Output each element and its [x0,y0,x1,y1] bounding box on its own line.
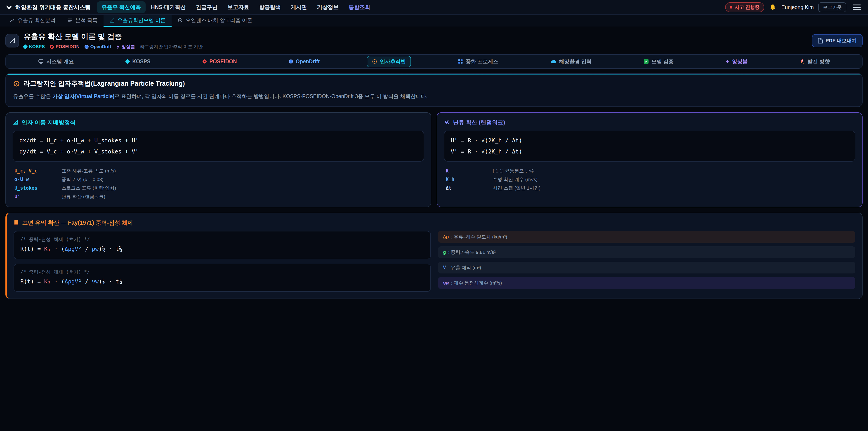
secnav-kosps[interactable]: KOSPS [121,56,156,67]
legend-row: U_stokes 스토크스 표류 (파랑 영향) [13,184,424,192]
nav-item-board[interactable]: 게시판 [286,1,311,13]
page-header-left: 유출유 확산 모델 이론 및 검증 KOSPS POSEIDON OpenDri… [5,32,203,50]
section-description: 유출유를 수많은 가상 입자(Virtual Particle)로 표현하며, … [13,92,855,100]
notification-bell-icon[interactable] [769,3,777,11]
fay-code-column: /* 중력-관성 체제 (초기) */ R(t) = K₁ · (ΔρgV² /… [13,231,431,292]
ruler-icon [13,119,19,125]
logout-button[interactable]: 로그아웃 [818,2,846,12]
code-line: V' = R · √(2K_h / Δt) [451,146,848,157]
sub-tab-bar: 유출유 확산분석 분석 목록 유출유확산모델 이론 오일펜스 배치 알고리즘 이… [0,15,868,27]
legend-row: U_c, V_c 표층 해류·조류 속도 (m/s) [13,166,424,175]
diamond-icon [23,44,28,49]
app-title: 해양환경 위기대응 통합시스템 [16,4,91,11]
incident-status-label: 사고 진행중 [735,4,760,10]
grid-icon [458,59,463,64]
secnav-opendrift[interactable]: OpenDrift [284,56,324,67]
ring-icon [50,45,54,49]
fay-legend-row: V : 유출 체적 (m³) [438,262,855,274]
tab-spill-analysis[interactable]: 유출유 확산분석 [4,15,61,27]
secnav-system-overview[interactable]: 시스템 개요 [33,56,79,67]
fay-content-grid: /* 중력-관성 체제 (초기) */ R(t) = K₁ · (ΔρgV² /… [13,231,855,292]
badge-opendrift: OpenDrift [85,44,111,49]
legend-row: R [-1,1] 균등분포 난수 [444,166,855,175]
governing-equation-card: 입자 이동 지배방정식 dx/dt = U_c + α·U_w + U_stok… [5,112,431,208]
page-badges: KOSPS POSEIDON OpenDrift 앙상블 라그랑지안 입자추적 … [24,43,203,50]
app-logo[interactable]: 해양환경 위기대응 통합시스템 [5,4,91,11]
secnav-particle-tracking[interactable]: 입자추적법 [367,56,411,67]
secnav-ocean-env-input[interactable]: 해양환경 입력 [546,56,596,67]
tab-oil-fence-theory[interactable]: 오일펜스 배치 알고리즘 이론 [172,15,258,27]
nav-item-weather-info[interactable]: 기상정보 [312,1,343,13]
governing-code-block: dx/dt = U_c + α·U_w + U_stokes + U' dy/d… [13,131,424,162]
fay-code-block-inertial: /* 중력-관성 체제 (초기) */ R(t) = K₁ · (ΔρgV² /… [13,231,431,259]
tab-analysis-list[interactable]: 분석 목록 [61,15,103,27]
legend-row: Δt 시간 스텝 (일반 1시간) [444,184,855,192]
nav-item-spill-prediction[interactable]: 유출유 확산예측 [97,1,146,13]
empty-space [0,299,868,431]
random-walk-code-block: U' = R · √(2K_h / Δt) V' = R · √(2K_h / … [444,131,855,162]
page-subtitle: 라그랑지안 입자추적 이론 기반 [140,43,203,50]
incident-dot-icon [730,6,733,8]
page-header: 유출유 확산 모델 이론 및 검증 KOSPS POSEIDON OpenDri… [0,27,868,53]
target-icon [13,80,20,87]
algorithm-icon [178,18,183,23]
top-nav: 해양환경 위기대응 통합시스템 유출유 확산예측 HNS·대기확산 긴급구난 보… [0,0,868,15]
target-icon [372,59,377,64]
book-icon [13,220,19,226]
code-line: R(t) = K₁ · (ΔρgV² / ρw)⅙ · t½ [20,244,424,255]
nav-item-integrated-search[interactable]: 통합조회 [344,1,375,13]
governing-card-title: 입자 이동 지배방정식 [13,119,424,126]
rocket-icon [800,59,805,64]
secnav-roadmap[interactable]: 발전 방향 [795,56,835,67]
secnav-model-validation[interactable]: 모델 검증 [639,56,679,67]
wing-logo-icon [5,5,13,10]
badge-ensemble: 앙상블 [116,43,135,50]
random-walk-legend: R [-1,1] 균등분포 난수 K_h 수평 확산 계수 (m²/s) Δt … [444,166,855,192]
governing-legend: U_c, V_c 표층 해류·조류 속도 (m/s) α·U_w 풍력 기여 (… [13,166,424,201]
nav-item-reports[interactable]: 보고자료 [223,1,254,13]
document-icon [818,38,823,43]
check-icon [644,59,649,64]
secnav-ensemble[interactable]: 앙상블 [721,56,753,67]
bolt-icon [116,44,120,49]
diamond-icon [125,59,130,64]
fay-spreading-card: 표면 유막 확산 — Fay(1971) 중력-점성 체제 /* 중력-관성 체… [5,213,863,299]
legend-row: K_h 수평 확산 계수 (m²/s) [444,175,855,184]
lagrangian-intro-panel: 라그랑지안 입자추적법(Lagrangian Particle Tracking… [5,73,863,107]
nav-item-emergency-rescue[interactable]: 긴급구난 [191,1,222,13]
secnav-poseidon[interactable]: POSEIDON [197,56,242,67]
main-nav: 유출유 확산예측 HNS·대기확산 긴급구난 보고자료 항공탐색 게시판 기상정… [97,1,375,13]
user-name: Eunjeong Kim [781,4,814,10]
section-heading: 라그랑지안 입자추적법(Lagrangian Particle Tracking… [13,79,855,88]
secnav-weathering[interactable]: 풍화 프로세스 [453,56,503,67]
fay-legend-column: Δρ : 유류–해수 밀도차 (kg/m³) g : 중력가속도 9.81 m/… [438,231,855,289]
random-walk-card-title: 난류 확산 (랜덤워크) [444,119,855,126]
nav-item-aerial-search[interactable]: 항공탐색 [254,1,285,13]
fay-legend-row: νw : 해수 동점성계수 (m²/s) [438,277,855,289]
random-walk-card: 난류 확산 (랜덤워크) U' = R · √(2K_h / Δt) V' = … [437,112,863,208]
code-line: dx/dt = U_c + α·U_w + U_stokes + U' [20,135,417,146]
ruler-icon [110,18,115,23]
bolt-icon [726,59,730,64]
top-nav-left: 해양환경 위기대응 통합시스템 유출유 확산예측 HNS·대기확산 긴급구난 보… [5,1,375,13]
menu-icon[interactable] [851,3,863,12]
top-nav-right: 사고 진행중 Eunjeong Kim 로그아웃 [725,2,863,12]
virtual-particle-highlight: 가상 입자(Virtual Particle) [53,93,114,99]
page-header-text: 유출유 확산 모델 이론 및 검증 KOSPS POSEIDON OpenDri… [24,32,203,50]
nav-item-hns-dispersion[interactable]: HNS·대기확산 [147,1,191,13]
legend-row: α·U_w 풍력 기여 (α ≈ 0.03) [13,175,424,184]
ring-icon [203,59,207,63]
tab-model-theory[interactable]: 유출유확산모델 이론 [103,15,172,27]
circle-icon [289,59,293,63]
fay-legend-row: Δρ : 유류–해수 밀도차 (kg/m³) [438,231,855,243]
spiral-icon [444,119,450,125]
incident-status-badge[interactable]: 사고 진행중 [725,2,764,12]
legend-row: U' 난류 확산 (랜덤워크) [13,192,424,201]
cloud-icon [550,59,556,64]
equation-cards-row: 입자 이동 지배방정식 dx/dt = U_c + α·U_w + U_stok… [5,112,863,208]
code-line: U' = R · √(2K_h / Δt) [451,135,848,146]
fay-code-block-viscous: /* 중력-점성 체제 (후기) */ R(t) = K₂ · (ΔρgV² /… [13,264,431,292]
fay-legend-row: g : 중력가속도 9.81 m/s² [438,246,855,258]
pdf-export-button[interactable]: PDF 내보내기 [812,34,863,47]
monitor-icon [38,59,43,64]
